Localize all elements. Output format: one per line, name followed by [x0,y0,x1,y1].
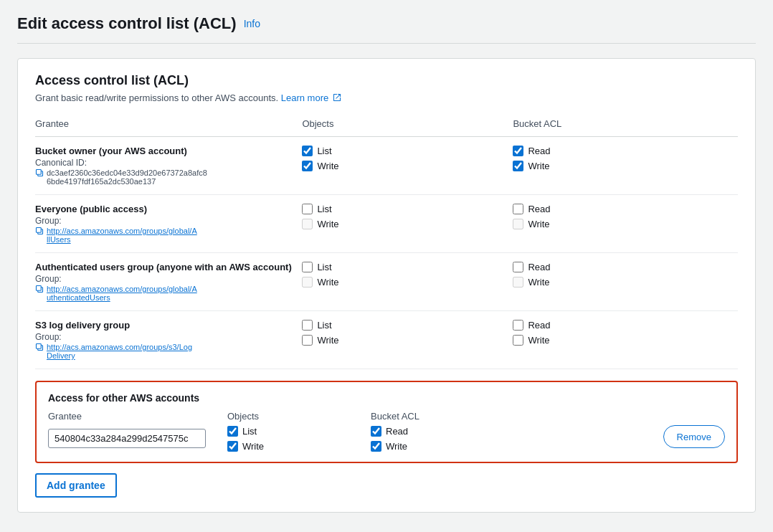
grantee-sublabel: Group: [35,332,302,342]
bucketacl-read-checkbox[interactable] [513,146,523,156]
list-label: List [317,204,331,214]
write-label: Write [317,335,338,346]
read-label: Read [528,262,550,272]
col-objects: Objects [302,118,513,137]
copy-icon[interactable] [35,343,44,353]
svg-rect-1 [37,170,42,175]
grantee-name: Bucket owner (your AWS account) [35,146,302,156]
bucketacl-checkboxes: Read Write [513,204,738,229]
objects-checkboxes: List Write [302,262,513,288]
write-label: Write [317,219,338,229]
table-row: S3 log delivery group Group: http://acs.… [35,311,738,369]
bucketacl-write-checkbox [513,219,523,229]
bucketacl-read-checkbox[interactable] [513,262,523,272]
bucketacl-read-checkbox[interactable] [513,320,523,331]
page-title: Edit access control list (ACL) [17,14,237,33]
write-label: Write [528,335,549,346]
other-accounts-bucketacl-col: Bucket ACL Read Write [371,411,500,452]
table-row: Authenticated users group (anyone with a… [35,253,738,311]
svg-rect-5 [37,286,42,291]
remove-button[interactable]: Remove [663,425,725,448]
list-label: List [317,262,331,272]
objects-list-checkbox[interactable] [302,320,313,331]
svg-rect-7 [37,344,42,349]
bucketacl-checkboxes: Read Write [513,262,738,288]
grantee-link: http://acs.amazonaws.com/groups/global/A… [35,285,302,302]
write-label: Write [528,219,549,229]
write-label: Write [317,277,338,288]
read-label: Read [528,204,550,214]
col-grantee: Grantee [35,118,302,137]
grantee-id: dc3aef2360c36edc04e33d9d20e67372a8afc86b… [35,168,207,186]
bucketacl-write-checkbox [513,277,523,288]
grantee-url[interactable]: http://acs.amazonaws.com/groups/s3/LogDe… [47,343,197,360]
other-accounts-title: Access for other AWS accounts [48,392,725,404]
acl-table: Grantee Objects Bucket ACL Bucket owner … [35,118,738,369]
bucketacl-read-checkbox[interactable] [513,204,523,214]
list-label: List [317,320,331,331]
other-objects-list-checkbox[interactable] [227,426,238,437]
bucketacl-write-checkbox[interactable] [513,335,523,346]
read-label: Read [528,146,550,156]
objects-write-checkbox [302,219,313,229]
grantee-name: Everyone (public access) [35,204,302,214]
write-label: Write [242,441,264,452]
objects-checkboxes: List Write [302,204,513,229]
write-label: Write [317,161,338,171]
external-link-icon [333,93,341,104]
list-label: List [242,426,257,437]
copy-icon[interactable] [35,227,44,237]
grantee-col-header: Grantee [48,411,213,422]
objects-write-checkbox[interactable] [302,161,313,171]
objects-checkboxes: List Write [302,146,513,171]
write-label: Write [386,441,407,452]
other-accounts-grantee-col: Grantee [48,411,213,448]
objects-list-checkbox[interactable] [302,262,313,272]
grantee-sublabel: Canonical ID: [35,158,302,168]
other-accounts-objects-col: Objects List Write [227,411,356,452]
grantee-url[interactable]: http://acs.amazonaws.com/groups/global/A… [47,227,197,244]
other-bucketacl-read-checkbox[interactable] [371,426,381,437]
read-label: Read [528,320,550,331]
other-bucketacl-write-checkbox[interactable] [371,441,381,452]
read-label: Read [386,426,408,437]
grantee-sublabel: Group: [35,274,302,284]
grantee-name: Authenticated users group (anyone with a… [35,262,302,272]
bucketacl-checkboxes: Read Write [513,320,738,346]
bucketacl-write-checkbox[interactable] [513,161,523,171]
other-accounts-section: Access for other AWS accounts Grantee Ob… [35,381,738,463]
card-subtitle: Grant basic read/write permissions to ot… [35,92,738,104]
copy-icon[interactable] [35,168,44,179]
card-title: Access control list (ACL) [35,73,738,88]
grantee-link: http://acs.amazonaws.com/groups/global/A… [35,227,302,244]
bucketacl-col-header: Bucket ACL [371,411,500,422]
list-label: List [317,146,331,156]
grantee-input[interactable] [48,429,206,448]
objects-write-checkbox[interactable] [302,335,313,346]
objects-list-checkbox[interactable] [302,146,313,156]
add-grantee-button[interactable]: Add grantee [35,473,117,498]
bucketacl-checkboxes: Read Write [513,146,738,171]
copy-icon[interactable] [35,285,44,295]
objects-checkboxes: List Write [302,320,513,346]
table-row: Bucket owner (your AWS account) Canonica… [35,137,738,195]
objects-col-header: Objects [227,411,356,422]
grantee-name: S3 log delivery group [35,320,302,331]
other-objects-write-checkbox[interactable] [227,441,238,452]
grantee-url[interactable]: http://acs.amazonaws.com/groups/global/A… [47,285,197,302]
grantee-link: http://acs.amazonaws.com/groups/s3/LogDe… [35,343,302,360]
info-link[interactable]: Info [244,18,260,29]
svg-rect-3 [37,228,42,233]
acl-card: Access control list (ACL) Grant basic re… [17,58,756,513]
write-label: Write [528,161,549,171]
grantee-sublabel: Group: [35,216,302,226]
col-bucket-acl: Bucket ACL [513,118,738,137]
write-label: Write [528,277,549,288]
table-row: Everyone (public access) Group: http://a… [35,195,738,253]
objects-write-checkbox [302,277,313,288]
objects-list-checkbox[interactable] [302,204,313,214]
learn-more-link[interactable]: Learn more [281,92,341,103]
